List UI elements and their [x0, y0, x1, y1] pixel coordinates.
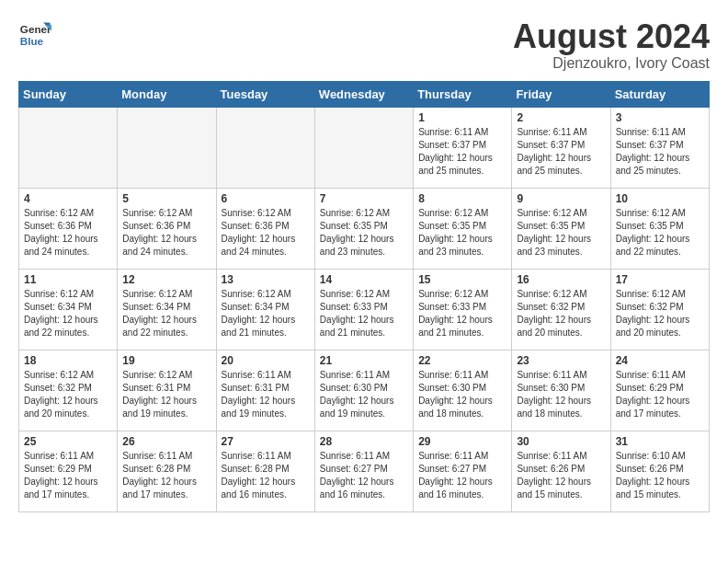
- day-number: 15: [418, 273, 506, 286]
- calendar-day-cell: 10Sunrise: 6:12 AM Sunset: 6:35 PM Dayli…: [610, 188, 709, 269]
- month-year-title: August 2024: [513, 18, 710, 55]
- day-info: Sunrise: 6:11 AM Sunset: 6:37 PM Dayligh…: [616, 126, 704, 178]
- day-header-saturday: Saturday: [610, 81, 709, 107]
- calendar-day-cell: [118, 107, 216, 188]
- day-number: 16: [517, 273, 605, 286]
- day-info: Sunrise: 6:12 AM Sunset: 6:32 PM Dayligh…: [517, 288, 605, 339]
- day-number: 5: [122, 192, 210, 205]
- calendar-day-cell: 25Sunrise: 6:11 AM Sunset: 6:29 PM Dayli…: [19, 431, 118, 511]
- calendar-day-cell: 16Sunrise: 6:12 AM Sunset: 6:32 PM Dayli…: [512, 269, 610, 350]
- day-number: 6: [222, 192, 310, 205]
- day-number: 28: [320, 435, 408, 448]
- day-header-tuesday: Tuesday: [216, 81, 314, 107]
- day-info: Sunrise: 6:12 AM Sunset: 6:31 PM Dayligh…: [122, 369, 210, 420]
- calendar-day-cell: 20Sunrise: 6:11 AM Sunset: 6:31 PM Dayli…: [216, 350, 314, 431]
- day-info: Sunrise: 6:11 AM Sunset: 6:28 PM Dayligh…: [122, 450, 210, 501]
- calendar-day-cell: 12Sunrise: 6:12 AM Sunset: 6:34 PM Dayli…: [118, 269, 216, 350]
- svg-text:Blue: Blue: [20, 35, 44, 47]
- day-info: Sunrise: 6:11 AM Sunset: 6:31 PM Dayligh…: [222, 369, 310, 420]
- day-number: 7: [320, 192, 408, 205]
- day-number: 4: [24, 192, 112, 205]
- day-info: Sunrise: 6:12 AM Sunset: 6:34 PM Dayligh…: [222, 288, 310, 339]
- calendar-week-row: 18Sunrise: 6:12 AM Sunset: 6:32 PM Dayli…: [19, 350, 710, 431]
- logo: General Blue: [18, 18, 51, 52]
- day-info: Sunrise: 6:12 AM Sunset: 6:32 PM Dayligh…: [24, 369, 112, 420]
- calendar-day-cell: 1Sunrise: 6:11 AM Sunset: 6:37 PM Daylig…: [414, 107, 512, 188]
- day-number: 8: [418, 192, 506, 205]
- day-info: Sunrise: 6:11 AM Sunset: 6:27 PM Dayligh…: [320, 450, 408, 501]
- calendar-day-cell: 26Sunrise: 6:11 AM Sunset: 6:28 PM Dayli…: [118, 431, 216, 511]
- day-info: Sunrise: 6:12 AM Sunset: 6:33 PM Dayligh…: [320, 288, 408, 339]
- day-info: Sunrise: 6:12 AM Sunset: 6:36 PM Dayligh…: [24, 207, 112, 259]
- day-header-friday: Friday: [512, 81, 610, 107]
- calendar-day-cell: 2Sunrise: 6:11 AM Sunset: 6:37 PM Daylig…: [512, 107, 610, 188]
- calendar-day-cell: 28Sunrise: 6:11 AM Sunset: 6:27 PM Dayli…: [314, 431, 413, 511]
- day-number: 11: [24, 273, 112, 286]
- calendar-day-cell: 29Sunrise: 6:11 AM Sunset: 6:27 PM Dayli…: [414, 431, 512, 511]
- day-number: 22: [418, 354, 506, 367]
- day-info: Sunrise: 6:11 AM Sunset: 6:27 PM Dayligh…: [418, 450, 506, 501]
- calendar-day-cell: 18Sunrise: 6:12 AM Sunset: 6:32 PM Dayli…: [19, 350, 118, 431]
- calendar-week-row: 1Sunrise: 6:11 AM Sunset: 6:37 PM Daylig…: [19, 107, 710, 188]
- day-info: Sunrise: 6:11 AM Sunset: 6:37 PM Dayligh…: [418, 126, 506, 178]
- day-number: 12: [122, 273, 210, 286]
- calendar-day-cell: 31Sunrise: 6:10 AM Sunset: 6:26 PM Dayli…: [610, 431, 709, 511]
- calendar-week-row: 25Sunrise: 6:11 AM Sunset: 6:29 PM Dayli…: [19, 431, 710, 511]
- calendar-day-cell: 30Sunrise: 6:11 AM Sunset: 6:26 PM Dayli…: [512, 431, 610, 511]
- day-header-monday: Monday: [118, 81, 216, 107]
- day-info: Sunrise: 6:12 AM Sunset: 6:36 PM Dayligh…: [122, 207, 210, 259]
- day-info: Sunrise: 6:12 AM Sunset: 6:34 PM Dayligh…: [24, 288, 112, 339]
- page-header: General Blue August 2024 Djenzoukro, Ivo…: [18, 18, 710, 72]
- calendar-day-cell: 11Sunrise: 6:12 AM Sunset: 6:34 PM Dayli…: [19, 269, 118, 350]
- calendar-day-cell: 7Sunrise: 6:12 AM Sunset: 6:35 PM Daylig…: [314, 188, 413, 269]
- logo-icon: General Blue: [18, 18, 51, 52]
- day-number: 18: [24, 354, 112, 367]
- day-number: 14: [320, 273, 408, 286]
- calendar-day-cell: 21Sunrise: 6:11 AM Sunset: 6:30 PM Dayli…: [314, 350, 413, 431]
- calendar-day-cell: 5Sunrise: 6:12 AM Sunset: 6:36 PM Daylig…: [118, 188, 216, 269]
- calendar-day-cell: 6Sunrise: 6:12 AM Sunset: 6:36 PM Daylig…: [216, 188, 314, 269]
- calendar-day-cell: [216, 107, 314, 188]
- day-info: Sunrise: 6:11 AM Sunset: 6:26 PM Dayligh…: [517, 450, 605, 501]
- day-info: Sunrise: 6:11 AM Sunset: 6:29 PM Dayligh…: [24, 450, 112, 501]
- day-info: Sunrise: 6:11 AM Sunset: 6:30 PM Dayligh…: [418, 369, 506, 420]
- day-info: Sunrise: 6:12 AM Sunset: 6:33 PM Dayligh…: [418, 288, 506, 339]
- day-header-sunday: Sunday: [19, 81, 118, 107]
- day-info: Sunrise: 6:11 AM Sunset: 6:28 PM Dayligh…: [222, 450, 310, 501]
- calendar-week-row: 4Sunrise: 6:12 AM Sunset: 6:36 PM Daylig…: [19, 188, 710, 269]
- day-number: 30: [517, 435, 605, 448]
- day-number: 27: [222, 435, 310, 448]
- day-info: Sunrise: 6:12 AM Sunset: 6:35 PM Dayligh…: [418, 207, 506, 259]
- day-info: Sunrise: 6:11 AM Sunset: 6:30 PM Dayligh…: [320, 369, 408, 420]
- day-info: Sunrise: 6:12 AM Sunset: 6:36 PM Dayligh…: [222, 207, 310, 259]
- day-info: Sunrise: 6:12 AM Sunset: 6:32 PM Dayligh…: [616, 288, 704, 339]
- day-number: 9: [517, 192, 605, 205]
- day-number: 31: [616, 435, 704, 448]
- day-number: 3: [616, 111, 704, 124]
- calendar-day-cell: 8Sunrise: 6:12 AM Sunset: 6:35 PM Daylig…: [414, 188, 512, 269]
- calendar-day-cell: [314, 107, 413, 188]
- calendar-day-cell: 22Sunrise: 6:11 AM Sunset: 6:30 PM Dayli…: [414, 350, 512, 431]
- day-info: Sunrise: 6:12 AM Sunset: 6:34 PM Dayligh…: [122, 288, 210, 339]
- day-info: Sunrise: 6:12 AM Sunset: 6:35 PM Dayligh…: [517, 207, 605, 259]
- day-number: 20: [222, 354, 310, 367]
- day-info: Sunrise: 6:11 AM Sunset: 6:37 PM Dayligh…: [517, 126, 605, 178]
- calendar-week-row: 11Sunrise: 6:12 AM Sunset: 6:34 PM Dayli…: [19, 269, 710, 350]
- day-info: Sunrise: 6:12 AM Sunset: 6:35 PM Dayligh…: [320, 207, 408, 259]
- day-header-wednesday: Wednesday: [314, 81, 413, 107]
- calendar-day-cell: 13Sunrise: 6:12 AM Sunset: 6:34 PM Dayli…: [216, 269, 314, 350]
- day-info: Sunrise: 6:11 AM Sunset: 6:30 PM Dayligh…: [517, 369, 605, 420]
- calendar-day-cell: 17Sunrise: 6:12 AM Sunset: 6:32 PM Dayli…: [610, 269, 709, 350]
- day-number: 29: [418, 435, 506, 448]
- calendar-day-cell: 9Sunrise: 6:12 AM Sunset: 6:35 PM Daylig…: [512, 188, 610, 269]
- day-number: 26: [122, 435, 210, 448]
- calendar-day-cell: 15Sunrise: 6:12 AM Sunset: 6:33 PM Dayli…: [414, 269, 512, 350]
- calendar-day-cell: 4Sunrise: 6:12 AM Sunset: 6:36 PM Daylig…: [19, 188, 118, 269]
- day-number: 10: [616, 192, 704, 205]
- day-info: Sunrise: 6:10 AM Sunset: 6:26 PM Dayligh…: [616, 450, 704, 501]
- calendar-table: SundayMondayTuesdayWednesdayThursdayFrid…: [18, 81, 710, 512]
- calendar-day-cell: 19Sunrise: 6:12 AM Sunset: 6:31 PM Dayli…: [118, 350, 216, 431]
- calendar-day-cell: 24Sunrise: 6:11 AM Sunset: 6:29 PM Dayli…: [610, 350, 709, 431]
- day-info: Sunrise: 6:11 AM Sunset: 6:29 PM Dayligh…: [616, 369, 704, 420]
- calendar-day-cell: [19, 107, 118, 188]
